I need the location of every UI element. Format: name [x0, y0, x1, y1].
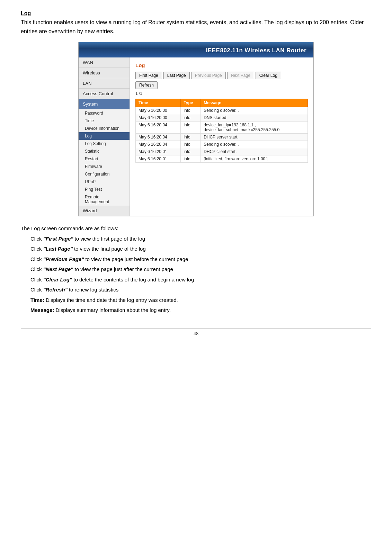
- cmd-desc: to view the page just after the current …: [75, 266, 173, 272]
- cmd-name: "Previous Page": [43, 256, 84, 262]
- cell-time: May 6 16:20:00: [136, 107, 181, 114]
- page-title: Log: [21, 10, 371, 17]
- sidebar-item-access-control[interactable]: Access Control: [79, 89, 130, 99]
- table-row: May 6 16:20:01infoDHCP client start.: [136, 148, 308, 155]
- cell-message: Sending discover...: [201, 107, 308, 114]
- table-row: May 6 16:20:00infoDNS started: [136, 114, 308, 122]
- sidebar-item-system[interactable]: System: [79, 99, 130, 109]
- cell-time: May 6 16:20:04: [136, 141, 181, 148]
- sidebar-sub-log[interactable]: Log: [79, 132, 130, 140]
- sidebar-sub-statistic[interactable]: Statistic: [79, 147, 130, 155]
- first-page-button[interactable]: First Page: [135, 72, 162, 79]
- cmd-desc: to renew log statistics: [69, 287, 118, 293]
- cell-message: Sending discover...: [201, 141, 308, 148]
- desc-command-item: Click "Last Page" to view the final page…: [21, 244, 371, 253]
- cmd-desc: to view the page just before the current…: [85, 256, 188, 262]
- sidebar-sub-firmware[interactable]: Firmware: [79, 163, 130, 170]
- sidebar-sub-time[interactable]: Time: [79, 117, 130, 125]
- cmd-name: "First Page": [43, 236, 73, 242]
- col-header-type: Type: [181, 99, 201, 107]
- router-header-title: IEEE802.11n Wireless LAN Router: [206, 47, 306, 54]
- log-buttons-row1: First Page Last Page Previous Page Next …: [135, 72, 308, 79]
- cell-type: info: [181, 141, 201, 148]
- cell-message: DNS started: [201, 114, 308, 122]
- router-header: IEEE802.11n Wireless LAN Router: [79, 42, 313, 57]
- clear-log-button[interactable]: Clear Log: [256, 72, 281, 79]
- sidebar-item-lan[interactable]: LAN: [79, 78, 130, 89]
- sidebar-item-wan[interactable]: WAN: [79, 57, 130, 68]
- sidebar-sub-upnp[interactable]: UPnP: [79, 178, 130, 186]
- cmd-name: "Last Page": [43, 246, 73, 252]
- time-desc: Time: Displays the time and date that th…: [21, 296, 371, 305]
- cell-type: info: [181, 148, 201, 155]
- cell-type: info: [181, 155, 201, 163]
- sidebar-sub-log-setting[interactable]: Log Setting: [79, 140, 130, 147]
- cmd-desc: to view the final page of the log: [74, 246, 146, 252]
- sidebar-sub-restart[interactable]: Restart: [79, 155, 130, 163]
- message-desc: Message: Displays summary information ab…: [21, 306, 371, 315]
- log-panel-title: Log: [135, 62, 308, 68]
- cell-time: May 6 16:20:01: [136, 155, 181, 163]
- cell-message: [Initialized, firmware version: 1.00 ]: [201, 155, 308, 163]
- last-page-button[interactable]: Last Page: [163, 72, 190, 79]
- refresh-button[interactable]: Refresh: [135, 81, 158, 89]
- sidebar-sub-password[interactable]: Password: [79, 109, 130, 117]
- desc-command-item: Click "First Page" to view the first pag…: [21, 234, 371, 243]
- cell-message: DHCP server start.: [201, 134, 308, 141]
- cell-message: device_lan_ip=192.168.1.1 , device_lan_s…: [201, 122, 308, 134]
- sidebar: WAN Wireless LAN Access Control System P…: [79, 57, 130, 216]
- cell-time: May 6 16:20:04: [136, 122, 181, 134]
- cmd-desc: to delete the contents of the log and be…: [73, 277, 194, 282]
- table-row: May 6 16:20:04infodevice_lan_ip=192.168.…: [136, 122, 308, 134]
- bottom-divider: [21, 329, 371, 329]
- message-desc-val: Displays summary information about the l…: [56, 307, 171, 313]
- time-desc-val: Displays the time and date that the log …: [46, 297, 178, 303]
- col-header-time: Time: [136, 99, 181, 107]
- sidebar-sub-ping-test[interactable]: Ping Test: [79, 186, 130, 193]
- table-row: May 6 16:20:04infoDHCP server start.: [136, 134, 308, 141]
- cell-type: info: [181, 134, 201, 141]
- main-content: Log First Page Last Page Previous Page N…: [130, 57, 313, 216]
- desc-command-item: Click "Clear Log" to delete the contents…: [21, 275, 371, 284]
- cell-type: info: [181, 114, 201, 122]
- cmd-name: "Clear Log": [43, 277, 72, 282]
- cell-time: May 6 16:20:04: [136, 134, 181, 141]
- sidebar-item-wireless[interactable]: Wireless: [79, 68, 130, 78]
- router-ui-screenshot: IEEE802.11n Wireless LAN Router WAN Wire…: [78, 42, 314, 216]
- desc-command-item: Click "Refresh" to renew log statistics: [21, 285, 371, 294]
- sidebar-item-wizard[interactable]: Wizard: [79, 206, 130, 216]
- cell-type: info: [181, 122, 201, 134]
- cmd-name: "Refresh": [43, 287, 68, 293]
- sidebar-sub-device-information[interactable]: Device Information: [79, 125, 130, 132]
- log-table-header-row: Time Type Message: [136, 99, 308, 107]
- cell-type: info: [181, 107, 201, 114]
- sidebar-sub-configuration[interactable]: Configuration: [79, 170, 130, 178]
- message-label: Message:: [30, 307, 54, 313]
- sidebar-sub-remote-management[interactable]: Remote Management: [79, 193, 130, 206]
- desc-command-item: Click "Next Page" to view the page just …: [21, 265, 371, 274]
- cmd-desc: to view the first page of the log: [75, 236, 145, 242]
- col-header-message: Message: [201, 99, 308, 107]
- router-body: WAN Wireless LAN Access Control System P…: [79, 57, 313, 216]
- previous-page-button[interactable]: Previous Page: [191, 72, 226, 79]
- intro-text: This function enables users to view a ru…: [21, 18, 371, 36]
- desc-intro: The Log screen commands are as follows:: [21, 224, 371, 233]
- table-row: May 6 16:20:00infoSending discover...: [136, 107, 308, 114]
- cmd-name: "Next Page": [43, 266, 73, 272]
- table-row: May 6 16:20:04infoSending discover...: [136, 141, 308, 148]
- log-page-info: 1 /1: [135, 91, 308, 96]
- cell-time: May 6 16:20:01: [136, 148, 181, 155]
- page-number: 48: [21, 331, 371, 336]
- log-buttons-row2: Refresh: [135, 81, 308, 89]
- desc-command-item: Click "Previous Page" to view the page j…: [21, 255, 371, 264]
- cell-time: May 6 16:20:00: [136, 114, 181, 122]
- cell-message: DHCP client start.: [201, 148, 308, 155]
- table-row: May 6 16:20:01info[Initialized, firmware…: [136, 155, 308, 163]
- time-label: Time:: [30, 297, 44, 303]
- next-page-button[interactable]: Next Page: [227, 72, 254, 79]
- log-table: Time Type Message May 6 16:20:00infoSend…: [135, 99, 308, 163]
- description-section: The Log screen commands are as follows: …: [21, 224, 371, 315]
